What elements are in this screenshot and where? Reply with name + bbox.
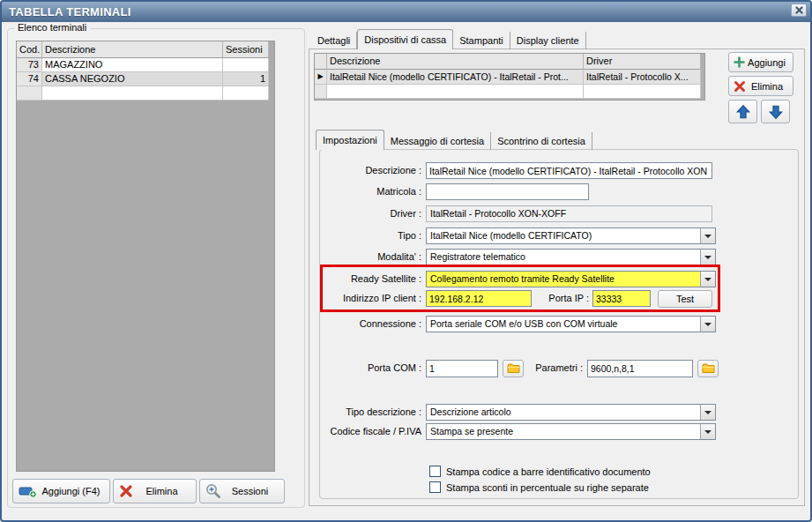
tipo-descrizione-combobox[interactable]: Descrizione articolo — [426, 404, 716, 421]
tipo-descrizione-value: Descrizione articolo — [427, 405, 700, 420]
stampa-codice-barre-checkbox[interactable] — [429, 466, 441, 477]
cell-device-descrizione: ItalRetail Nice (modello CERTIFICATO) - … — [327, 70, 584, 85]
sessioni-label: Sessioni — [221, 486, 279, 496]
elimina-dispositivo-button[interactable]: Elimina — [728, 76, 793, 96]
tab-display-cliente[interactable]: Display cliente — [510, 32, 586, 49]
parametri-input[interactable] — [587, 360, 693, 377]
move-down-button[interactable] — [761, 100, 790, 123]
descrizione-label: Descrizione : — [324, 162, 421, 179]
indirizzo-ip-label: Indirizzo IP client : — [324, 290, 421, 307]
add-record-icon — [19, 485, 38, 498]
device-tabs: Dettagli Dispositivi di cassa Stampanti … — [311, 29, 586, 49]
modalita-value: Registratore telematico — [427, 250, 700, 265]
connessione-combobox[interactable]: Porta seriale COM e/o USB con COM virtua… — [426, 316, 716, 332]
arrow-down-icon — [768, 104, 784, 120]
indirizzo-ip-input[interactable] — [426, 290, 532, 307]
tab-impostazioni[interactable]: Impostazioni — [316, 130, 384, 150]
parametri-label: Parametri : — [525, 360, 583, 377]
record-selector-icon: ▶ — [315, 70, 327, 85]
tipo-value: ItalRetail Nice (modello CERTIFICATO) — [427, 228, 700, 243]
chevron-down-icon[interactable] — [700, 250, 715, 265]
tab-dettagli[interactable]: Dettagli — [311, 32, 357, 49]
elenco-terminali-label: Elenco terminali — [14, 22, 90, 33]
ready-satellite-combobox[interactable]: Collegamento remoto tramite Ready Satell… — [426, 271, 716, 287]
close-button[interactable] — [791, 4, 807, 17]
parametri-browse-button[interactable] — [697, 360, 719, 377]
modalita-label: Modalita' : — [324, 249, 421, 265]
connessione-label: Connessione : — [324, 316, 421, 332]
col-header-sessioni: Sessioni — [223, 41, 269, 58]
tipo-combobox[interactable]: ItalRetail Nice (modello CERTIFICATO) — [426, 227, 716, 244]
sessioni-button[interactable]: Sessioni — [199, 479, 285, 503]
table-row[interactable]: 73 MAGAZZINO — [17, 58, 274, 72]
chevron-down-icon[interactable] — [700, 317, 715, 332]
devices-grid: Descrizione Driver ▶ ItalRetail Nice (mo… — [314, 53, 705, 101]
cell-cod — [17, 86, 42, 101]
porta-com-input[interactable] — [426, 360, 498, 377]
col-header-descrizione: Descrizione — [327, 54, 584, 70]
col-header-driver: Driver — [584, 54, 701, 70]
connessione-value: Porta seriale COM e/o USB con COM virtua… — [427, 317, 700, 332]
modalita-combobox[interactable]: Registratore telematico — [426, 249, 716, 265]
close-icon — [795, 6, 803, 14]
cell-cod: 74 — [17, 72, 42, 86]
delete-x-icon — [734, 80, 746, 93]
porta-com-browse-button[interactable] — [503, 360, 524, 377]
device-row-empty[interactable] — [315, 85, 704, 99]
move-up-button[interactable] — [728, 100, 757, 123]
delete-x-icon — [119, 484, 133, 498]
table-row-empty[interactable] — [17, 86, 274, 101]
aggiungi-dispositivo-button[interactable]: Aggiungi — [728, 52, 793, 72]
chevron-down-icon[interactable] — [700, 228, 715, 243]
terminals-grid-header: Cod. Descrizione Sessioni — [17, 41, 274, 58]
tab-stampanti[interactable]: Stampanti — [453, 32, 510, 49]
device-row-selected[interactable]: ▶ ItalRetail Nice (modello CERTIFICATO) … — [315, 70, 704, 85]
aggiungi-f4-button[interactable]: Aggiungi (F4) — [12, 479, 110, 503]
cell-sessioni: 1 — [223, 72, 269, 86]
tab-dispositivi-di-cassa[interactable]: Dispositivi di cassa — [357, 29, 453, 49]
col-header-cod: Cod. — [17, 41, 42, 58]
porta-com-label: Porta COM : — [324, 360, 421, 377]
tipo-label: Tipo : — [324, 227, 421, 244]
descrizione-input[interactable] — [426, 162, 712, 179]
cell-sessioni — [223, 58, 269, 72]
title-bar[interactable]: TABELLA TERMINALI — [2, 2, 810, 22]
aggiungi-f4-label: Aggiungi (F4) — [38, 486, 104, 496]
elimina-terminale-button[interactable]: Elimina — [113, 479, 197, 503]
tipo-descrizione-label: Tipo descrizione : — [324, 404, 421, 421]
porta-ip-input[interactable] — [592, 290, 651, 307]
codice-fiscale-combobox[interactable]: Stampa se presente — [426, 423, 716, 440]
test-button[interactable]: Test — [658, 290, 712, 308]
cell-descrizione: MAGAZZINO — [42, 58, 223, 72]
chevron-down-icon[interactable] — [700, 272, 715, 287]
codice-fiscale-label: Codice fiscale / P.IVA — [316, 423, 421, 440]
table-row-selected[interactable]: 74 CASSA NEGOZIO 1 — [17, 72, 274, 86]
tab-messaggio-di-cortesia[interactable]: Messaggio di cortesia — [384, 132, 491, 150]
record-selector — [315, 85, 327, 99]
arrow-up-icon — [735, 104, 751, 120]
col-header-selector — [315, 54, 327, 70]
aggiungi-dispositivo-label: Aggiungi — [745, 57, 788, 68]
tab-scontrino-di-cortesia[interactable]: Scontrino di cortesia — [491, 132, 592, 150]
devices-grid-header: Descrizione Driver — [315, 54, 704, 70]
elimina-dispositivo-label: Elimina — [746, 81, 788, 92]
driver-label: Driver : — [324, 205, 421, 222]
test-label: Test — [659, 294, 711, 304]
chevron-down-icon[interactable] — [700, 405, 715, 420]
codice-fiscale-value: Stampa se presente — [427, 424, 700, 439]
cell-sessioni — [223, 86, 269, 101]
matricola-label: Matricola : — [324, 183, 421, 200]
cell-device-driver — [584, 85, 701, 99]
tabella-terminali-window: TABELLA TERMINALI Elenco terminali Cod. … — [0, 0, 812, 522]
stampa-sconti-checkbox[interactable] — [429, 481, 441, 493]
ready-satellite-value: Collegamento remoto tramite Ready Satell… — [427, 272, 700, 287]
cell-device-driver: ItalRetail - Protocollo X... — [584, 70, 701, 85]
chevron-down-icon[interactable] — [700, 424, 715, 439]
cell-descrizione — [42, 86, 223, 101]
plus-icon — [734, 56, 745, 68]
matricola-input[interactable] — [426, 183, 589, 200]
stampa-codice-barre-label: Stampa codice a barre identificativo doc… — [446, 466, 651, 478]
zoom-plus-icon — [205, 483, 221, 499]
folder-icon — [702, 363, 715, 374]
folder-icon — [507, 363, 520, 374]
